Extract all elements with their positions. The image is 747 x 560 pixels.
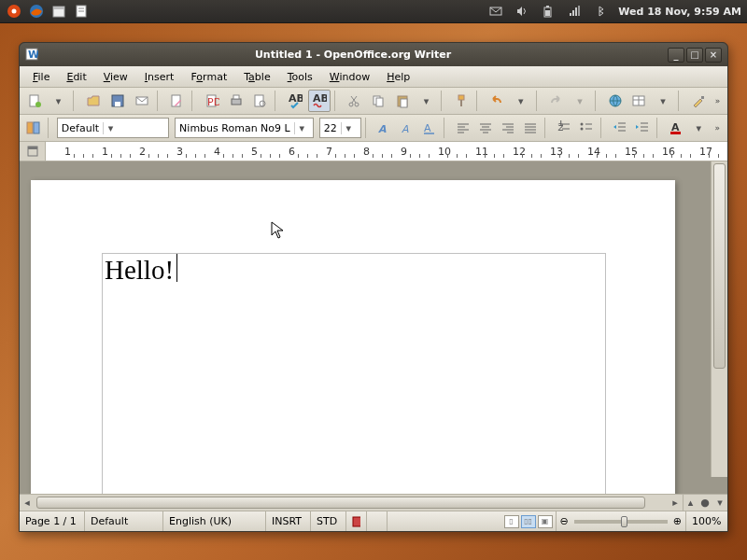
multi-page-view[interactable]: ▯▯ xyxy=(521,515,536,528)
redo-dropdown-icon[interactable]: ▾ xyxy=(569,90,591,112)
menu-window[interactable]: Window xyxy=(322,68,377,86)
spellcheck-button[interactable]: ABC xyxy=(284,90,306,112)
text-frame[interactable]: Hello! xyxy=(102,253,606,494)
zoom-slider-thumb[interactable] xyxy=(621,516,627,527)
prev-page-icon[interactable]: ▴ xyxy=(683,495,698,511)
book-view[interactable]: ▣ xyxy=(538,515,553,528)
horizontal-ruler[interactable]: 11234567891011121314151617 xyxy=(46,142,727,161)
auto-spellcheck-button[interactable]: ABC xyxy=(308,90,331,112)
increase-indent-button[interactable] xyxy=(632,117,653,139)
table-dropdown-icon[interactable]: ▾ xyxy=(652,90,674,112)
align-left-button[interactable] xyxy=(452,117,472,139)
clock[interactable]: Wed 18 Nov, 9:59 AM xyxy=(618,6,741,18)
vertical-scrollbar[interactable] xyxy=(711,161,727,477)
font-name-combo[interactable]: Nimbus Roman No9 L ▾ xyxy=(175,118,314,138)
document-canvas[interactable]: Hello! xyxy=(20,161,727,494)
toolbar-overflow-icon[interactable]: » xyxy=(712,96,725,105)
font-color-dropdown-icon[interactable]: ▾ xyxy=(688,117,709,139)
undo-dropdown-icon[interactable]: ▾ xyxy=(510,90,532,112)
undo-button[interactable] xyxy=(486,90,508,112)
paste-dropdown-icon[interactable]: ▾ xyxy=(416,90,438,112)
ruler-corner-button[interactable] xyxy=(20,142,46,161)
document-text[interactable]: Hello! xyxy=(103,255,176,285)
paragraph-style-combo[interactable]: Default ▾ xyxy=(57,118,169,138)
redo-button[interactable] xyxy=(544,90,567,112)
page[interactable]: Hello! xyxy=(31,180,675,494)
numbered-list-button[interactable]: 12 xyxy=(554,117,574,139)
bold-button[interactable]: A xyxy=(374,117,394,139)
hyperlink-button[interactable] xyxy=(604,90,627,112)
edit-file-button[interactable] xyxy=(165,90,188,112)
paste-button[interactable] xyxy=(391,90,414,112)
new-doc-button[interactable] xyxy=(23,90,46,112)
new-dropdown-icon[interactable]: ▾ xyxy=(48,90,70,112)
status-style[interactable]: Default xyxy=(85,511,163,531)
underline-button[interactable]: A xyxy=(419,117,440,139)
menu-help[interactable]: Help xyxy=(379,68,417,86)
mail-indicator-icon[interactable] xyxy=(487,3,504,20)
status-language[interactable]: English (UK) xyxy=(163,511,266,531)
status-zoom-value[interactable]: 100% xyxy=(686,511,727,531)
status-insert-mode[interactable]: INSRT xyxy=(266,511,311,531)
ubuntu-menu-icon[interactable] xyxy=(6,3,22,20)
minimize-button[interactable]: _ xyxy=(668,48,684,63)
scrollbar-thumb[interactable] xyxy=(36,497,645,509)
decrease-indent-button[interactable] xyxy=(610,117,630,139)
table-button[interactable] xyxy=(628,90,651,112)
chevron-down-icon[interactable]: ▾ xyxy=(341,122,356,134)
save-button[interactable] xyxy=(106,90,129,112)
font-size-combo[interactable]: 22 ▾ xyxy=(319,118,361,138)
align-center-button[interactable] xyxy=(475,117,496,139)
scroll-left-icon[interactable]: ◂ xyxy=(20,495,35,511)
single-page-view[interactable]: ▯ xyxy=(504,515,519,528)
chevron-down-icon[interactable]: ▾ xyxy=(294,122,309,134)
maximize-button[interactable]: □ xyxy=(686,48,703,63)
titlebar[interactable]: W Untitled 1 - OpenOffice.org Writer _ □… xyxy=(20,43,727,66)
zoom-out-icon[interactable]: ⊖ xyxy=(560,515,569,527)
email-button[interactable] xyxy=(131,90,153,112)
bullet-list-button[interactable] xyxy=(576,117,597,139)
copy-button[interactable] xyxy=(367,90,389,112)
font-color-button[interactable]: A xyxy=(666,117,686,139)
menu-view[interactable]: View xyxy=(96,68,135,86)
italic-button[interactable]: A xyxy=(396,117,416,139)
chevron-down-icon[interactable]: ▾ xyxy=(103,122,118,134)
export-pdf-button[interactable]: PDF xyxy=(201,90,223,112)
menu-file[interactable]: File xyxy=(25,68,57,86)
files-launcher-icon[interactable] xyxy=(50,3,67,20)
menu-insert[interactable]: Insert xyxy=(137,68,182,86)
scrollbar-thumb[interactable] xyxy=(713,163,726,369)
bluetooth-indicator-icon[interactable] xyxy=(592,3,609,20)
open-button[interactable] xyxy=(82,90,105,112)
network-indicator-icon[interactable] xyxy=(566,3,583,20)
styles-dialog-button[interactable] xyxy=(23,117,44,139)
print-preview-button[interactable] xyxy=(249,90,272,112)
text-editor-launcher-icon[interactable] xyxy=(73,3,90,20)
status-modified-icon[interactable] xyxy=(367,511,388,531)
status-selection-mode[interactable]: STD xyxy=(311,511,346,531)
volume-indicator-icon[interactable] xyxy=(514,3,530,20)
page-nav-icon[interactable]: ● xyxy=(698,495,712,511)
close-button[interactable]: × xyxy=(705,48,722,63)
zoom-slider[interactable] xyxy=(574,520,668,524)
print-button[interactable] xyxy=(225,90,247,112)
next-page-icon[interactable]: ▾ xyxy=(712,495,727,511)
menu-edit[interactable]: Edit xyxy=(59,68,93,86)
menu-format[interactable]: Format xyxy=(183,68,234,86)
zoom-in-icon[interactable]: ⊕ xyxy=(673,515,682,527)
menu-table[interactable]: Table xyxy=(236,68,277,86)
format-paintbrush-button[interactable] xyxy=(450,90,472,112)
cut-button[interactable] xyxy=(344,90,366,112)
show-draw-functions-button[interactable] xyxy=(687,90,710,112)
scroll-right-icon[interactable]: ▸ xyxy=(668,495,683,511)
horizontal-scrollbar[interactable]: ◂ ▸ ▴ ● ▾ xyxy=(20,494,727,511)
status-signature-icon[interactable] xyxy=(346,511,367,531)
align-right-button[interactable] xyxy=(498,117,518,139)
firefox-launcher-icon[interactable] xyxy=(28,3,45,20)
align-justify-button[interactable] xyxy=(520,117,541,139)
battery-indicator-icon[interactable] xyxy=(540,3,557,20)
status-page[interactable]: Page 1 / 1 xyxy=(20,511,85,531)
menu-tools[interactable]: Tools xyxy=(280,68,320,86)
svg-text:ABC: ABC xyxy=(313,92,327,105)
toolbar-overflow-icon[interactable]: » xyxy=(711,123,724,133)
